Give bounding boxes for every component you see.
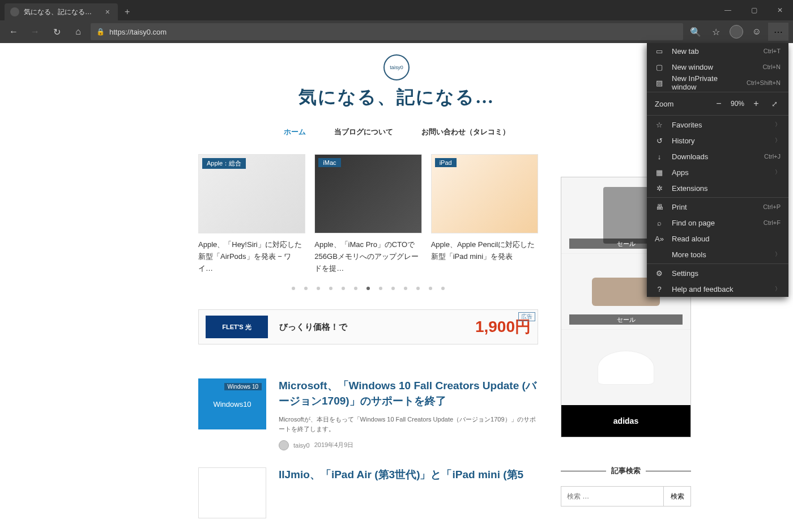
address-bar[interactable]: 🔒 https://taisy0.com bbox=[91, 23, 683, 40]
menu-settings[interactable]: ⚙ Settings bbox=[647, 265, 788, 281]
article-date: 2019年4月9日 bbox=[314, 441, 354, 449]
category-tag: Apple：総合 bbox=[202, 158, 246, 169]
ad-text: びっくり価格！で bbox=[279, 322, 347, 333]
article-title[interactable]: IIJmio、「iPad Air (第3世代)」と「iPad mini (第5 bbox=[279, 467, 538, 483]
window-controls: — ▢ ✕ bbox=[715, 0, 793, 20]
zoom-in-button[interactable]: + bbox=[750, 99, 762, 109]
favorite-icon[interactable]: ☆ bbox=[707, 23, 725, 41]
chevron-right-icon: 〉 bbox=[775, 121, 781, 129]
menu-more-tools[interactable]: More tools 〉 bbox=[647, 246, 788, 262]
zoom-value: 90% bbox=[731, 100, 744, 108]
more-menu-dropdown: ▭ New tab Ctrl+T ▢ New window Ctrl+N ▨ N… bbox=[647, 43, 788, 297]
article-byline: taisy0 2019年4月9日 bbox=[279, 440, 538, 450]
profile-avatar[interactable] bbox=[727, 23, 745, 41]
carousel-card[interactable]: iPad Apple、Apple Pencilに対応した新型「iPad mini… bbox=[431, 154, 538, 274]
card-title: Apple、「Hey!Siri」に対応した新型「AirPods」を発表 − ワイ… bbox=[198, 239, 305, 274]
chevron-right-icon: 〉 bbox=[775, 250, 781, 258]
dot[interactable] bbox=[404, 287, 407, 290]
dot[interactable] bbox=[366, 287, 370, 290]
nav-about[interactable]: 当ブログについて bbox=[334, 127, 393, 137]
find-icon: ⌕ bbox=[655, 219, 664, 227]
tab-close-icon[interactable]: × bbox=[103, 7, 112, 16]
menu-find[interactable]: ⌕ Find on page Ctrl+F bbox=[647, 215, 788, 231]
menu-print[interactable]: 🖶 Print Ctrl+P bbox=[647, 199, 788, 215]
toolbar: ← → ↻ ⌂ 🔒 https://taisy0.com 🔍 ☆ ☺ ⋯ bbox=[0, 20, 793, 43]
banner-ad[interactable]: 広告 FLET'S 光 びっくり価格！で 1,900円 bbox=[198, 309, 538, 344]
zoom-out-button[interactable]: − bbox=[713, 99, 725, 109]
dot[interactable] bbox=[304, 287, 308, 290]
read-aloud-icon: A» bbox=[655, 235, 664, 243]
nav-contact[interactable]: お問い合わせ（タレコミ） bbox=[421, 127, 510, 137]
help-icon: ? bbox=[655, 285, 664, 293]
dot[interactable] bbox=[416, 287, 420, 290]
carousel-card[interactable]: iMac Apple、「iMac Pro」のCTOで256GBメモリへのアップグ… bbox=[314, 154, 421, 274]
category-tag: iMac bbox=[318, 158, 340, 167]
menu-new-inprivate[interactable]: ▨ New InPrivate window Ctrl+Shift+N bbox=[647, 75, 788, 91]
new-tab-icon: ▭ bbox=[655, 47, 664, 56]
search-button[interactable]: 検索 bbox=[664, 486, 691, 507]
card-title: Apple、Apple Pencilに対応した新型「iPad mini」を発表 bbox=[431, 239, 538, 263]
back-button[interactable]: ← bbox=[5, 23, 23, 41]
nav-home[interactable]: ホーム bbox=[284, 127, 306, 137]
article-item[interactable]: IIJmio、「iPad Air (第3世代)」と「iPad mini (第5 bbox=[198, 467, 538, 518]
dot[interactable] bbox=[429, 287, 432, 290]
menu-downloads[interactable]: ↓ Downloads Ctrl+J bbox=[647, 148, 788, 164]
article-title[interactable]: Microsoft、「Windows 10 Fall Creators Upda… bbox=[279, 378, 538, 408]
article-item[interactable]: Windows 10 Windows10 Microsoft、「Windows … bbox=[198, 378, 538, 450]
url-text: https://taisy0.com bbox=[109, 28, 167, 36]
home-button[interactable]: ⌂ bbox=[69, 23, 87, 41]
sale-label: セール bbox=[569, 314, 683, 325]
carousel-dots bbox=[198, 282, 538, 292]
author-avatar bbox=[279, 440, 289, 450]
close-window-button[interactable]: ✕ bbox=[767, 0, 793, 20]
search-heading: 記事検索 bbox=[561, 466, 691, 476]
menu-new-tab[interactable]: ▭ New tab Ctrl+T bbox=[647, 43, 788, 59]
minimize-button[interactable]: — bbox=[715, 0, 741, 20]
more-menu-button[interactable]: ⋯ bbox=[768, 23, 788, 41]
thumb-tag: Windows 10 bbox=[224, 383, 262, 390]
dot[interactable] bbox=[441, 287, 445, 290]
maximize-button[interactable]: ▢ bbox=[741, 0, 767, 20]
zoom-icon[interactable]: 🔍 bbox=[687, 23, 705, 41]
apps-icon: ▦ bbox=[655, 168, 664, 177]
ad-slot bbox=[561, 329, 690, 405]
fullscreen-button[interactable]: ⤢ bbox=[768, 100, 781, 108]
menu-read-aloud[interactable]: A» Read aloud bbox=[647, 231, 788, 246]
menu-extensions[interactable]: ✲ Extensions bbox=[647, 180, 788, 196]
menu-apps[interactable]: ▦ Apps 〉 bbox=[647, 164, 788, 180]
main-nav: ホーム 当ブログについて お問い合わせ（タレコミ） bbox=[79, 127, 714, 137]
menu-new-window[interactable]: ▢ New window Ctrl+N bbox=[647, 59, 788, 75]
ad-brand: adidas bbox=[561, 405, 690, 437]
article-excerpt: Microsoftが、本日をもって「Windows 10 Fall Creato… bbox=[279, 415, 538, 435]
menu-zoom: Zoom − 90% + ⤢ bbox=[647, 93, 788, 114]
forward-button[interactable]: → bbox=[26, 23, 44, 41]
menu-help[interactable]: ? Help and feedback 〉 bbox=[647, 281, 788, 297]
tab-favicon bbox=[10, 7, 19, 16]
extensions-icon: ✲ bbox=[655, 184, 664, 193]
site-logo[interactable]: taisy0 bbox=[383, 54, 410, 80]
dot[interactable] bbox=[391, 287, 395, 290]
refresh-button[interactable]: ↻ bbox=[48, 23, 66, 41]
site-header: taisy0 気になる、記になる… bbox=[79, 54, 714, 110]
feedback-icon[interactable]: ☺ bbox=[748, 23, 766, 41]
browser-tab[interactable]: 気になる、記になる… × bbox=[5, 3, 118, 20]
history-icon: ↺ bbox=[655, 137, 664, 145]
menu-history[interactable]: ↺ History 〉 bbox=[647, 133, 788, 148]
dot[interactable] bbox=[379, 287, 382, 290]
author-name: taisy0 bbox=[293, 442, 310, 449]
dot[interactable] bbox=[317, 287, 320, 290]
site-title[interactable]: 気になる、記になる… bbox=[79, 85, 714, 110]
dot[interactable] bbox=[292, 287, 295, 290]
card-title: Apple、「iMac Pro」のCTOで256GBメモリへのアップグレードを提… bbox=[314, 239, 421, 274]
menu-favorites[interactable]: ☆ Favorites 〉 bbox=[647, 117, 788, 133]
carousel-card[interactable]: Apple：総合 Apple、「Hey!Siri」に対応した新型「AirPods… bbox=[198, 154, 305, 274]
search-input[interactable] bbox=[561, 486, 664, 507]
thumb-text: Windows10 bbox=[213, 400, 251, 408]
chevron-right-icon: 〉 bbox=[775, 285, 781, 293]
download-icon: ↓ bbox=[655, 152, 664, 161]
dot[interactable] bbox=[329, 287, 332, 290]
dot[interactable] bbox=[354, 287, 357, 290]
dot[interactable] bbox=[342, 287, 345, 290]
article-thumb: Windows 10 Windows10 bbox=[198, 378, 266, 429]
new-tab-button[interactable]: + bbox=[118, 7, 137, 17]
